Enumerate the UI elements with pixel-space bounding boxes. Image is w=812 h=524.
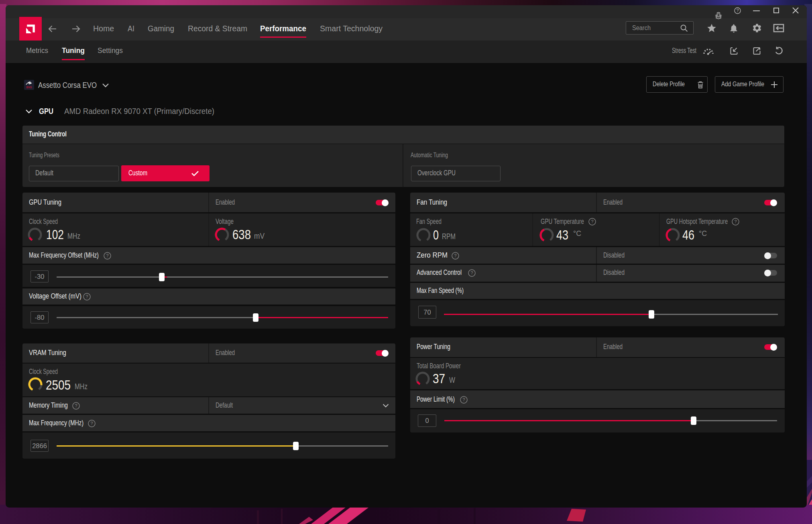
- svg-text:?: ?: [454, 253, 456, 258]
- svg-text:?: ?: [462, 397, 465, 402]
- svg-text:?: ?: [106, 253, 108, 258]
- svg-text:?: ?: [90, 421, 93, 426]
- svg-text:EVO: EVO: [26, 86, 32, 89]
- svg-text:?: ?: [591, 219, 593, 224]
- svg-text:?: ?: [736, 8, 739, 13]
- svg-text:?: ?: [85, 294, 88, 299]
- svg-text:?: ?: [734, 219, 737, 224]
- svg-text:?: ?: [75, 403, 77, 408]
- svg-text:?: ?: [470, 270, 473, 275]
